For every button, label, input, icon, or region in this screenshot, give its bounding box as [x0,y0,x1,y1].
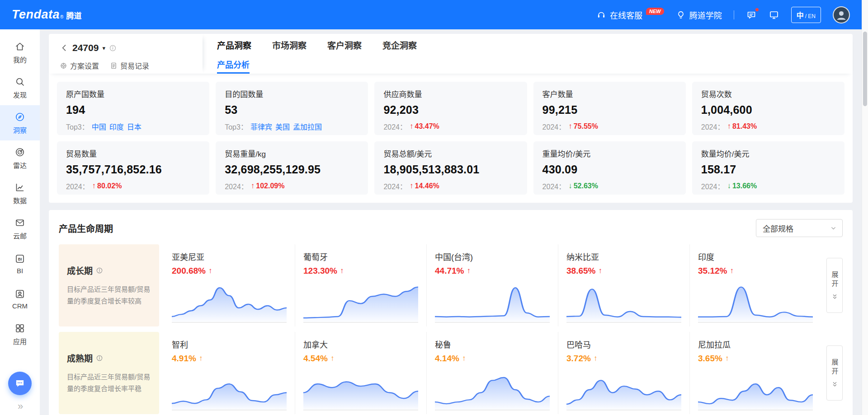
language-zh: 中 [797,9,804,20]
sidebar-label: 洞察 [13,125,27,135]
up-arrow-icon: ↑ [251,182,255,191]
sidebar-item-data[interactable]: 数据 [0,176,40,211]
up-arrow-icon: ↑ [594,354,598,363]
change-value: ↑14.46% [410,182,439,191]
lifecycle-chart-canada[interactable]: 加拿大 4.54%↑ [295,332,426,414]
apps-grid-icon [14,323,25,334]
scheme-id[interactable]: 24709 [72,42,99,53]
tab-competitor-insight[interactable]: 竞企洞察 [382,39,417,51]
chart-country: 印度 [698,251,813,262]
up-arrow-icon: ↑ [92,182,96,191]
subtab-product-analysis[interactable]: 产品分析 [217,56,250,74]
chart-country: 葡萄牙 [303,251,418,262]
chart-country: 秘鲁 [435,338,550,350]
stat-title: 供应商数量 [383,88,518,99]
top3-link[interactable]: 美国 [275,123,290,131]
info-icon[interactable] [96,354,103,362]
online-service-button[interactable]: 在线客服 NEW [596,9,664,21]
scheme-dropdown-caret[interactable]: ▾ [102,45,105,51]
sidebar-item-apps[interactable]: 应用 [0,317,40,352]
user-avatar[interactable] [833,6,850,23]
stat-title: 贸易重量/kg [225,148,359,159]
meta-label: 2024： [542,181,566,191]
main-content: 24709 ▾ 方案设置 贸易记录 产品洞察 [40,29,862,415]
stat-card-trade-total-value: 贸易总额/美元 18,905,513,883.01 2024： ↑14.46% [374,141,527,195]
sidebar-item-radar[interactable]: 雷达 [0,140,40,176]
sidebar-item-bi[interactable]: BI BI [0,246,40,281]
double-chevron-down-icon [831,294,838,300]
scrollbar[interactable] [862,0,868,415]
top3-link[interactable]: 中国 [92,123,106,131]
feedback-button[interactable] [746,9,757,20]
trade-records-link[interactable]: 贸易记录 [110,60,149,71]
stat-value: 53 [225,103,359,117]
top3-link[interactable]: 菲律宾 [250,123,272,131]
meta-label: 2024： [225,181,248,191]
sparkline-chart [698,366,813,410]
info-icon[interactable] [109,44,117,52]
notification-dot [755,8,759,12]
expand-button[interactable]: 展开 [826,345,843,401]
sidebar-label: CRM [12,302,28,310]
svg-text:BI: BI [18,256,22,261]
stat-card-customer-count: 客户数量 99,215 2024： ↑75.55% [533,82,686,135]
up-arrow-icon: ↑ [340,266,344,275]
insight-tabs: 产品洞察 市场洞察 客户洞察 竞企洞察 [217,34,853,56]
sidebar-item-crm[interactable]: CRM [0,281,40,317]
sidebar-item-discover[interactable]: 发现 [0,70,40,105]
stat-title: 重量均价/美元 [542,148,677,159]
meta-label: 2024： [383,181,407,191]
lifecycle-chart-india[interactable]: 印度 35.12%↑ [689,244,821,326]
compass-insight-icon [14,112,25,122]
sidebar-item-mine[interactable]: 我的 [0,35,40,70]
lifecycle-chart-taiwan[interactable]: 中国(台湾) 44.71%↑ [426,244,558,326]
sidebar-item-mail[interactable]: 云邮 [0,211,40,246]
up-arrow-icon: ↑ [410,182,414,191]
scheme-settings-link[interactable]: 方案设置 [60,60,99,71]
stage-card-mature: 成熟期 目标产品近三年贸易额/贸易量的季度复合增长率平稳 [59,332,159,414]
expand-label: 展开 [830,359,840,377]
page-header: 24709 ▾ 方案设置 贸易记录 产品洞察 [49,34,853,74]
workbench-button[interactable] [769,9,779,20]
stat-value: 32,698,255,129.95 [225,163,359,176]
overview-panel: 24709 ▾ 方案设置 贸易记录 产品洞察 [49,34,853,203]
lifecycle-chart-peru[interactable]: 秘鲁 4.14%↑ [426,332,558,414]
meta-label: 2024： [701,121,725,132]
academy-button[interactable]: 腾道学院 [676,9,722,21]
lifecycle-chart-bahamas[interactable]: 巴哈马 3.72%↑ [558,332,689,414]
stat-title: 贸易数量 [66,148,200,159]
expand-label: 展开 [830,271,840,289]
tab-customer-insight[interactable]: 客户洞察 [327,39,362,51]
logo-text-cn: 腾道 [66,9,81,21]
back-icon[interactable] [60,43,69,52]
sidebar-item-insight[interactable]: 洞察 [0,105,40,140]
language-toggle[interactable]: 中 / EN [791,7,821,23]
spec-filter-dropdown[interactable]: 全部规格 [756,219,843,237]
stat-card-origin-country-count: 原产国数量 194 Top3： 中国印度日本 [57,82,209,135]
lifecycle-chart-chile[interactable]: 智利 4.91%↑ [164,332,295,414]
lifecycle-chart-armenia[interactable]: 亚美尼亚 200.68%↑ [164,244,295,326]
sidebar-expand-chevrons[interactable]: » [18,401,22,412]
app-logo[interactable]: Tendata® 腾道 [12,8,81,22]
sidebar-label: 云邮 [13,231,27,240]
expand-button[interactable]: 展开 [826,258,843,313]
info-icon[interactable] [96,267,103,274]
lifecycle-title: 产品生命周期 [59,222,113,235]
lifecycle-chart-nicaragua[interactable]: 尼加拉瓜 3.65%↑ [689,332,821,414]
sparkline-chart [435,279,550,323]
down-arrow-icon: ↓ [727,182,731,191]
scrollbar-thumb[interactable] [863,32,867,106]
change-value: ↑43.47% [410,122,439,131]
lifecycle-chart-namibia[interactable]: 纳米比亚 38.65%↑ [558,244,689,326]
lifecycle-row-growth: 成长期 目标产品近三年贸易额/贸易量的季度复合增长率较高 亚美尼亚 200.68… [59,244,843,326]
lifecycle-chart-portugal[interactable]: 葡萄牙 123.30%↑ [295,244,426,326]
top3-link[interactable]: 印度 [109,123,124,131]
customer-service-fab[interactable] [8,372,32,395]
stat-title: 贸易总额/美元 [383,148,518,159]
chart-country: 智利 [172,338,287,350]
tab-market-insight[interactable]: 市场洞察 [272,39,307,51]
top3-link[interactable]: 孟加拉国 [293,123,322,131]
tab-product-insight[interactable]: 产品洞察 [217,39,251,51]
stat-value: 430.09 [542,163,677,176]
top3-link[interactable]: 日本 [127,123,142,131]
